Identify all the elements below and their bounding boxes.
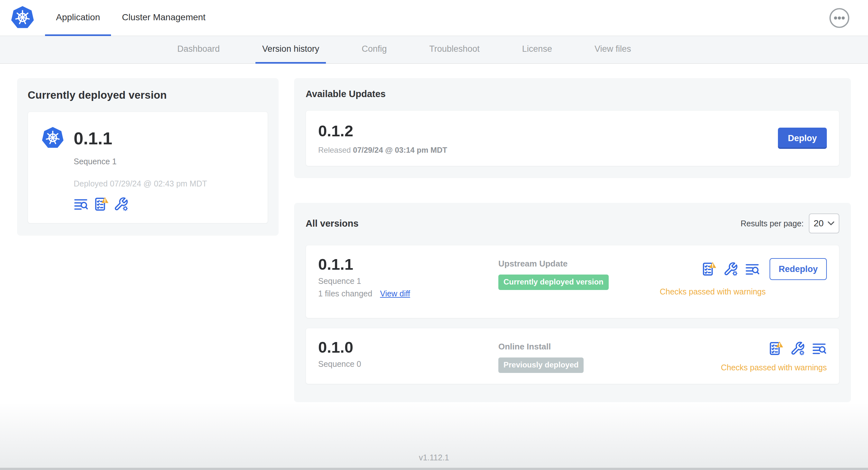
tab-dashboard[interactable]: Dashboard bbox=[170, 36, 226, 64]
deployed-date: Deployed 07/29/24 @ 02:43 pm MDT bbox=[74, 179, 255, 189]
row-sequence: Sequence 1 bbox=[318, 276, 498, 286]
version-row-middle: Online Install Previously deployed bbox=[498, 339, 721, 373]
kubernetes-logo-icon bbox=[9, 4, 36, 32]
version-row-left: 0.1.0 Sequence 0 bbox=[318, 339, 498, 373]
all-versions-panel: All versions Results per page: 20 0.1.1 … bbox=[294, 203, 851, 402]
results-per-page: Results per page: 20 bbox=[741, 213, 839, 233]
row-source: Upstream Update bbox=[498, 259, 660, 269]
version-row-left: 0.1.1 Sequence 1 1 files changed View di… bbox=[318, 256, 498, 307]
released-date: 07/29/24 @ 03:14 pm MDT bbox=[353, 146, 447, 154]
tab-view-files[interactable]: View files bbox=[588, 36, 638, 64]
ellipsis-icon bbox=[829, 7, 850, 29]
available-updates-title: Available Updates bbox=[306, 89, 839, 99]
currently-deployed-title: Currently deployed version bbox=[28, 89, 268, 101]
console-version: v1.112.1 bbox=[419, 453, 449, 462]
currently-deployed-panel: Currently deployed version 0.1.1 Sequenc… bbox=[17, 78, 279, 236]
update-version-number: 0.1.2 bbox=[318, 122, 447, 140]
config-icon[interactable] bbox=[114, 197, 128, 211]
update-released: Released 07/29/24 @ 03:14 pm MDT bbox=[318, 146, 447, 155]
version-row-0-1-0: 0.1.0 Sequence 0 Online Install Previous… bbox=[306, 328, 839, 384]
app-logo bbox=[0, 0, 45, 36]
row-source: Online Install bbox=[498, 342, 721, 352]
row-sequence: Sequence 0 bbox=[318, 360, 498, 369]
chevron-down-icon bbox=[828, 221, 835, 226]
row-version-number: 0.1.0 bbox=[318, 339, 498, 356]
row-actions bbox=[768, 341, 827, 356]
page-footer: v1.112.1 bbox=[0, 402, 868, 470]
all-versions-header: All versions Results per page: 20 bbox=[306, 213, 839, 233]
config-icon[interactable] bbox=[723, 262, 738, 276]
results-per-page-value: 20 bbox=[814, 218, 824, 229]
tab-application[interactable]: Application bbox=[45, 0, 111, 36]
tab-version-history[interactable]: Version history bbox=[255, 36, 326, 64]
deploy-button[interactable]: Deploy bbox=[778, 128, 827, 149]
update-card: 0.1.2 Released 07/29/24 @ 03:14 pm MDT D… bbox=[306, 110, 839, 166]
right-column: Available Updates 0.1.2 Released 07/29/2… bbox=[294, 78, 851, 402]
currently-deployed-badge: Currently deployed version bbox=[498, 274, 609, 290]
tab-troubleshoot[interactable]: Troubleshoot bbox=[423, 36, 487, 64]
files-changed-text: 1 files changed bbox=[318, 289, 372, 298]
checks-status: Checks passed with warnings bbox=[721, 363, 827, 372]
previously-deployed-badge: Previously deployed bbox=[498, 358, 584, 373]
config-icon[interactable] bbox=[790, 341, 805, 356]
tab-license[interactable]: License bbox=[516, 36, 559, 64]
deployed-sequence: Sequence 1 bbox=[74, 157, 255, 166]
row-version-number: 0.1.1 bbox=[318, 256, 498, 273]
results-per-page-select[interactable]: 20 bbox=[809, 213, 839, 233]
checks-status: Checks passed with warnings bbox=[660, 287, 766, 296]
redeploy-button[interactable]: Redeploy bbox=[770, 258, 827, 280]
version-row-right: Checks passed with warnings bbox=[721, 339, 827, 373]
top-tab-bar: Application Cluster Management bbox=[45, 0, 217, 36]
tab-config[interactable]: Config bbox=[355, 36, 394, 64]
version-row-0-1-1: 0.1.1 Sequence 1 1 files changed View di… bbox=[306, 245, 839, 318]
release-notes-icon[interactable] bbox=[74, 197, 89, 211]
topbar-spacer bbox=[217, 0, 829, 36]
all-versions-title: All versions bbox=[306, 218, 359, 229]
results-per-page-label: Results per page: bbox=[741, 219, 804, 228]
view-diff-link[interactable]: View diff bbox=[380, 289, 410, 298]
version-row-right: Redeploy Checks passed with warnings bbox=[660, 256, 827, 307]
released-label: Released bbox=[318, 146, 351, 154]
deployed-version-number: 0.1.1 bbox=[74, 128, 255, 148]
row-files-changed: 1 files changed View diff bbox=[318, 289, 498, 298]
release-notes-icon[interactable] bbox=[812, 341, 827, 356]
currently-deployed-card: 0.1.1 Sequence 1 Deployed 07/29/24 @ 02:… bbox=[28, 111, 268, 224]
preflight-checks-warning-icon[interactable] bbox=[701, 262, 716, 276]
update-info: 0.1.2 Released 07/29/24 @ 03:14 pm MDT bbox=[318, 122, 447, 155]
overflow-menu-button[interactable] bbox=[829, 7, 850, 29]
release-notes-icon[interactable] bbox=[745, 262, 760, 276]
deployed-version-actions bbox=[74, 197, 255, 211]
version-row-middle: Upstream Update Currently deployed versi… bbox=[498, 256, 660, 307]
row-actions: Redeploy bbox=[701, 258, 827, 280]
preflight-checks-warning-icon[interactable] bbox=[768, 341, 783, 356]
kubernetes-app-icon bbox=[40, 125, 65, 152]
available-updates-panel: Available Updates 0.1.2 Released 07/29/2… bbox=[294, 78, 851, 178]
preflight-checks-warning-icon[interactable] bbox=[94, 197, 108, 211]
app-subnav: Dashboard Version history Config Trouble… bbox=[0, 36, 868, 64]
tab-cluster-management[interactable]: Cluster Management bbox=[111, 0, 217, 36]
top-header: Application Cluster Management bbox=[0, 0, 868, 36]
main-content: Currently deployed version 0.1.1 Sequenc… bbox=[0, 64, 868, 402]
